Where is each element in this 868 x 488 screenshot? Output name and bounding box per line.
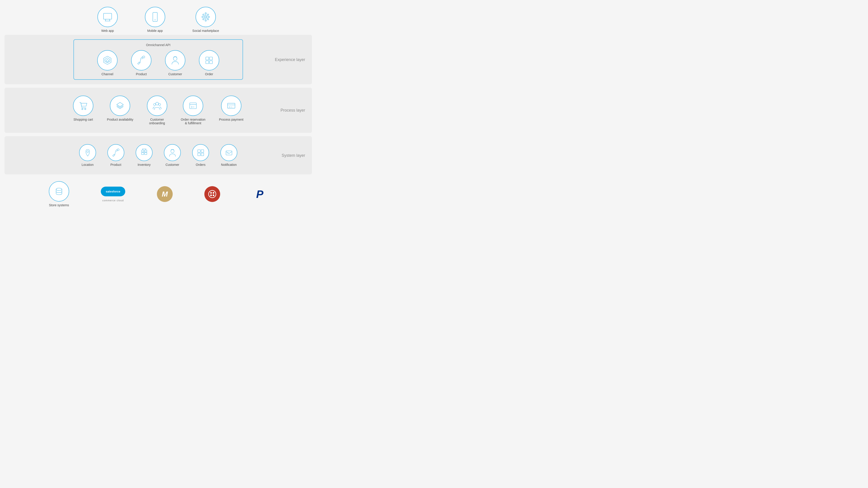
- svg-point-7: [205, 13, 206, 14]
- svg-point-71: [209, 191, 216, 198]
- svg-marker-25: [106, 59, 109, 62]
- omnichannel-api-box: Omnichannel API Channel: [73, 39, 243, 80]
- exp-customer-item: Customer: [165, 50, 185, 76]
- product-availability-icon-circle: [110, 96, 130, 116]
- cart-icon: [78, 101, 88, 111]
- boxes-icon: [140, 148, 149, 157]
- svg-point-75: [213, 195, 214, 196]
- hexagon-icon: [102, 55, 112, 65]
- tools-icon-exp: [136, 55, 146, 65]
- svg-rect-31: [206, 57, 209, 60]
- svg-line-43: [191, 106, 192, 107]
- svg-rect-33: [206, 61, 209, 64]
- svg-point-10: [208, 16, 210, 18]
- svg-rect-64: [201, 150, 204, 152]
- experience-layer-content: Omnichannel API Channel: [9, 39, 307, 80]
- system-layer-content: Location Product: [9, 141, 307, 170]
- social-marketplace-item: Social marketplace: [192, 7, 219, 33]
- product-availability-label: Product availability: [107, 118, 133, 121]
- svg-rect-32: [210, 57, 213, 60]
- shopping-cart-label: Shopping cart: [73, 118, 93, 121]
- database-icon: [54, 186, 64, 196]
- sys-product-icon-circle: [107, 144, 124, 161]
- social-marketplace-label: Social marketplace: [192, 29, 219, 33]
- svg-point-62: [170, 149, 174, 153]
- svg-point-50: [87, 151, 88, 152]
- experience-layer-label: Experience layer: [275, 57, 305, 62]
- grid-icon-exp: [204, 55, 214, 65]
- svg-point-40: [158, 103, 160, 105]
- mobile-app-item: Mobile app: [145, 7, 165, 33]
- svg-line-26: [141, 57, 143, 58]
- order-item: Order: [199, 50, 219, 76]
- mobile-app-label: Mobile app: [147, 29, 163, 33]
- grid-icon-sys: [196, 148, 205, 157]
- twilio-svg: [208, 190, 216, 198]
- svg-point-72: [210, 192, 212, 194]
- inventory-label: Inventory: [138, 163, 151, 166]
- svg-marker-37: [117, 102, 123, 106]
- store-systems-label: Store systems: [49, 203, 69, 207]
- process-payment-item: Process payment: [219, 96, 243, 121]
- sys-product-item: Product: [107, 144, 124, 166]
- svg-rect-57: [142, 150, 144, 152]
- channel-label: Channel: [101, 72, 113, 76]
- process-payment-icon-circle: [221, 96, 241, 116]
- svg-rect-41: [190, 103, 196, 109]
- svg-rect-66: [201, 153, 204, 156]
- paypal-icon: P: [252, 186, 268, 202]
- order-icon-circle: [199, 50, 219, 70]
- svg-line-1: [105, 19, 106, 21]
- svg-point-39: [153, 103, 156, 105]
- svg-rect-67: [226, 151, 232, 155]
- svg-point-73: [213, 192, 214, 194]
- web-app-item: Web app: [97, 7, 118, 33]
- location-label: Location: [82, 163, 94, 166]
- store-systems-icon-circle: [49, 181, 69, 201]
- credit-card-icon: [226, 101, 236, 111]
- svg-rect-58: [145, 150, 147, 152]
- svg-point-38: [156, 102, 158, 105]
- shopping-cart-icon-circle: [73, 96, 93, 116]
- shopping-cart-item: Shopping cart: [73, 96, 93, 121]
- user-icon-exp: [170, 55, 180, 65]
- sys-customer-label: Customer: [165, 163, 179, 166]
- code-icon: [188, 101, 198, 111]
- svg-line-22: [206, 18, 208, 19]
- sys-customer-icon-circle: [164, 144, 181, 161]
- sys-product-label: Product: [110, 163, 121, 166]
- notification-item: Notification: [220, 144, 237, 166]
- svg-point-8: [205, 20, 206, 21]
- svg-point-36: [85, 108, 86, 110]
- svg-point-9: [202, 16, 203, 18]
- orders-icon-circle: [192, 144, 209, 161]
- store-systems-item: Store systems: [49, 181, 69, 207]
- sys-customer-item: Customer: [164, 144, 181, 166]
- order-reservation-label: Order reservation & fulfillment: [181, 118, 206, 125]
- diagram-container: Web app Mobile app: [0, 0, 316, 216]
- gmail-icon: M: [157, 186, 173, 202]
- inventory-icon-circle: [135, 144, 153, 161]
- svg-rect-65: [197, 153, 200, 156]
- twilio-item: [204, 186, 220, 202]
- pin-icon: [83, 148, 92, 157]
- customer-onboarding-label: Customer onboarding: [149, 118, 165, 125]
- svg-point-74: [210, 195, 212, 196]
- channel-icon-circle: [97, 50, 118, 70]
- inventory-item: Inventory: [135, 144, 153, 166]
- svg-point-29: [143, 56, 145, 58]
- exp-product-item: Product: [131, 50, 151, 76]
- svg-rect-63: [197, 150, 200, 152]
- orders-label: Orders: [196, 163, 206, 166]
- process-row: Shopping cart Product availability: [9, 92, 307, 128]
- layers-icon: [115, 101, 125, 111]
- svg-point-54: [117, 149, 119, 151]
- social-marketplace-icon-circle: [195, 7, 216, 27]
- twilio-icon: [204, 186, 220, 202]
- svg-rect-34: [210, 61, 213, 64]
- bottom-row: Store systems salesforce commerce cloud …: [4, 179, 312, 209]
- notification-icon: [224, 148, 234, 157]
- salesforce-logo-mark: salesforce: [101, 187, 125, 196]
- exp-product-label: Product: [136, 72, 147, 76]
- exp-customer-icon-circle: [165, 50, 185, 70]
